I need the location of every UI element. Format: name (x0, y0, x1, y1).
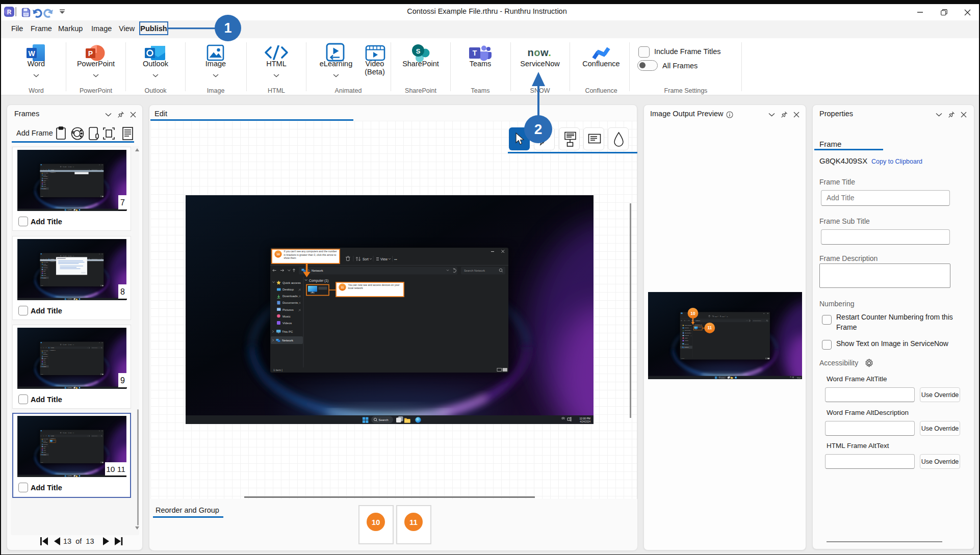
svg-text:P: P (88, 49, 93, 58)
svg-text:S: S (416, 47, 421, 55)
svg-text:now.: now. (528, 47, 552, 58)
svg-text:T: T (473, 49, 477, 57)
svg-text:W: W (28, 49, 35, 58)
